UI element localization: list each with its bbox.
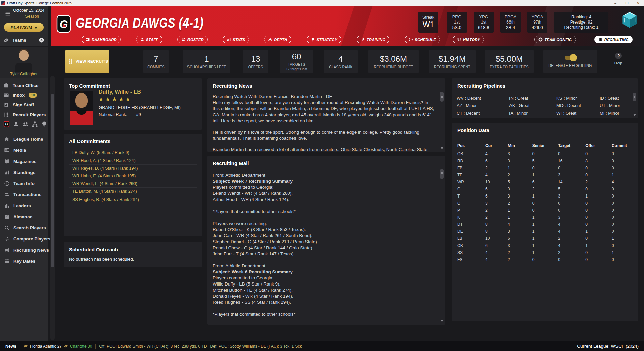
news-scrollbar[interactable] bbox=[440, 92, 444, 149]
mail-line bbox=[213, 317, 435, 323]
pipelines-scrollbar-thumb[interactable] bbox=[633, 93, 636, 101]
panel-title: Top Commitment bbox=[64, 78, 202, 89]
mail-line: From: Athletic Department bbox=[213, 172, 435, 178]
sidebar-item-team-info[interactable]: Team Info bbox=[0, 178, 48, 189]
mail-scrollbar-thumb[interactable] bbox=[440, 169, 444, 179]
panel-title: Recruiting Pipelines bbox=[452, 78, 638, 89]
mail-line: John Furr - T (4 Star / Rank 147 / Texas… bbox=[213, 251, 435, 257]
team-stat-streak: StreakW1 bbox=[418, 12, 438, 33]
col-cur: Cur bbox=[485, 141, 508, 150]
outreach-empty-text: No outreach has been scheduled. bbox=[69, 257, 134, 262]
scroll-down-icon[interactable] bbox=[441, 147, 443, 149]
sidebar-item-recruiting-news[interactable]: Recruiting News bbox=[0, 245, 48, 256]
defensive-pog: Def. POG: Scotty Williams - DE (FAU): 3 … bbox=[210, 344, 302, 349]
col-target: Target bbox=[558, 141, 585, 150]
recruit-photo bbox=[70, 91, 93, 125]
col-min: Min bbox=[508, 141, 532, 150]
sidebar-item-sign-staff[interactable]: Sign Staff bbox=[0, 100, 48, 110]
bulb-icon[interactable] bbox=[41, 121, 47, 127]
org-chart-icon[interactable] bbox=[32, 121, 38, 127]
avatar[interactable] bbox=[15, 49, 33, 72]
close-button[interactable]: ✕ bbox=[633, 0, 644, 6]
star-rating: ★★★★★ bbox=[98, 96, 132, 103]
sidebar-item-leaders[interactable]: Leaders bbox=[0, 200, 48, 211]
commitment-row[interactable]: WR Hood, A. (4 Stars / Rank 124) bbox=[69, 157, 197, 165]
pipeline-entry: WV : Decent bbox=[457, 96, 481, 101]
col-senior: Senior bbox=[532, 141, 558, 150]
pipelines-scrollbar[interactable] bbox=[633, 93, 636, 116]
hamburger-icon[interactable] bbox=[4, 11, 11, 17]
people-icon[interactable] bbox=[22, 121, 29, 127]
sidebar-item-team-office[interactable]: Team Office bbox=[0, 81, 48, 90]
sidebar-item-standings[interactable]: Standings bbox=[0, 167, 48, 178]
person-icon[interactable] bbox=[13, 121, 19, 127]
tab-stats[interactable]: STATS bbox=[223, 36, 249, 43]
commitment-row[interactable]: TE Button, M. (4 Stars / Rank 274) bbox=[69, 188, 197, 195]
tab-schedule[interactable]: SCHEDULE bbox=[405, 36, 440, 43]
sidebar-item-recruit-players[interactable]: Recruit Players bbox=[0, 110, 48, 120]
tab-staff[interactable]: STAFF bbox=[136, 36, 162, 43]
commitment-row[interactable]: WR Wendt, L. (4 Stars / Rank 260) bbox=[69, 180, 197, 188]
teams-row[interactable]: Teams bbox=[0, 36, 48, 44]
tab-roster[interactable]: ROSTER bbox=[177, 36, 208, 43]
tab-depth[interactable]: DEPTH bbox=[264, 36, 291, 43]
sidebar-item-search-players[interactable]: Search Players bbox=[0, 222, 48, 233]
pipeline-entry: KS : Minor bbox=[556, 96, 577, 101]
commitment-row[interactable]: SS Hughes, R. (4 Stars / Rank 294) bbox=[69, 195, 197, 203]
mail-line: Robert O'Shea - K (3 Star / Rank 853 / T… bbox=[213, 227, 435, 233]
divider bbox=[95, 344, 96, 349]
panel-title: Scheduled Outreach bbox=[64, 242, 202, 252]
sidebar-item-magazines[interactable]: Magazines bbox=[0, 156, 48, 167]
sidebar-item-media[interactable]: Media bbox=[0, 145, 48, 156]
minimize-button[interactable]: – bbox=[610, 0, 621, 6]
main-scrollbar[interactable] bbox=[50, 76, 55, 340]
mail-line: From: Athletic Department bbox=[213, 263, 435, 269]
tab-recruiting[interactable]: RECRUITING bbox=[594, 36, 633, 43]
sidebar-item-inbox[interactable]: Inbox10 bbox=[0, 90, 48, 100]
tab-strategy[interactable]: STRATEGY bbox=[307, 36, 341, 43]
commitment-row[interactable]: WR Reyes, D. (4 Stars / Rank 194) bbox=[69, 165, 197, 172]
panel-title: Recruiting Mail bbox=[207, 156, 445, 166]
top-commit-player[interactable]: Duffy, Willie - LB bbox=[99, 89, 141, 95]
sidebar-item-compare-players[interactable]: Compare Players bbox=[0, 233, 48, 245]
team-g-icon[interactable]: G bbox=[3, 121, 10, 127]
news-paragraph: Brandon Martin has a received a lot of a… bbox=[213, 147, 435, 152]
sidebar-item-transactions[interactable]: Transactions bbox=[0, 189, 48, 200]
commitment-row[interactable]: WR Hahn, E. (4 Stars / Rank 195) bbox=[69, 172, 197, 180]
play-sim-button[interactable]: PLAY/SIM » bbox=[4, 23, 44, 32]
commitment-row[interactable]: LB Duffy, W. (5 Stars / Rank 9) bbox=[69, 149, 197, 157]
sidebar-item-key-dates[interactable]: Key Dates bbox=[0, 256, 48, 267]
tab-history[interactable]: HISTORY bbox=[453, 36, 484, 43]
sliders-icon bbox=[598, 37, 603, 42]
mail-scrollbar[interactable] bbox=[440, 169, 444, 322]
sidebar-item-almanac[interactable]: Almanac bbox=[0, 211, 48, 222]
main-scrollbar-thumb[interactable] bbox=[51, 94, 54, 267]
tab-training[interactable]: TRAINING bbox=[357, 36, 389, 43]
view-recruits-button[interactable]: VIEW RECRUITS bbox=[65, 50, 109, 73]
nav-tabs: DASHBOARDSTAFFROSTERSTATSDEPTHSTRATEGYTR… bbox=[82, 36, 633, 43]
score-item[interactable]: Florida Atlantic 27 Charlotte 30 bbox=[23, 344, 92, 349]
tab-team-config[interactable]: TEAM CONFIG bbox=[534, 36, 576, 43]
mail-line bbox=[213, 203, 435, 209]
team-logo-icon: G bbox=[56, 15, 71, 33]
inbox-badge: 10 bbox=[29, 93, 37, 98]
mail-line bbox=[213, 257, 435, 263]
recruit-stat-targets: 60TARGETS17 targets lost bbox=[280, 50, 313, 73]
col-offer: Offer bbox=[585, 141, 612, 150]
arrow-right-circle-icon[interactable] bbox=[39, 37, 44, 43]
scroll-down-icon[interactable] bbox=[633, 114, 636, 116]
help-icon[interactable]: ? bbox=[614, 52, 622, 60]
info-icon bbox=[4, 181, 10, 186]
current-league: Current League: WSCF (2024) bbox=[577, 344, 639, 349]
sidebar-item-league-home[interactable]: League Home bbox=[0, 134, 48, 145]
people-icon bbox=[181, 37, 186, 42]
news-body: Recruiting Watch With Darren Francis: Br… bbox=[213, 94, 435, 152]
table-row: DT841400 bbox=[457, 221, 638, 228]
news-scrollbar-thumb[interactable] bbox=[440, 92, 444, 102]
megaphone-icon bbox=[4, 247, 10, 253]
maximize-button[interactable]: ❐ bbox=[621, 0, 633, 6]
tab-dashboard[interactable]: DASHBOARD bbox=[82, 36, 121, 43]
scroll-down-icon[interactable] bbox=[441, 320, 443, 322]
prestige: Prestige: 92 bbox=[570, 20, 593, 25]
delegate-recruiting-toggle[interactable] bbox=[565, 56, 576, 60]
